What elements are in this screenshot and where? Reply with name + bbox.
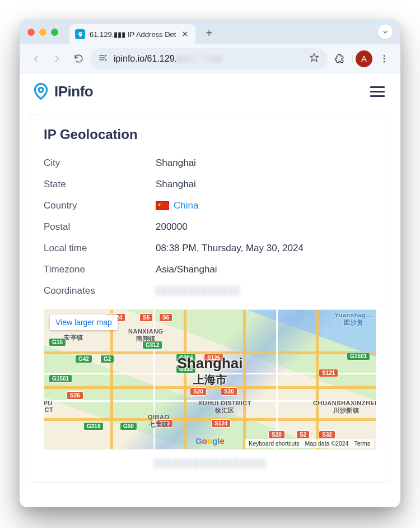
browser-menu-button[interactable] bbox=[375, 49, 394, 68]
site-settings-icon[interactable] bbox=[98, 53, 108, 64]
badge-s20d: S20 bbox=[268, 430, 285, 439]
badge-s32: S32 bbox=[319, 430, 335, 439]
badge-g1501b: G1501 bbox=[347, 352, 370, 360]
badge-s20a: S20 bbox=[190, 387, 207, 396]
redacted-coordinates bbox=[156, 286, 240, 296]
badge-s5: S5 bbox=[139, 313, 153, 322]
badge-s124: S124 bbox=[211, 419, 231, 428]
label-coordinates: Coordinates bbox=[44, 285, 156, 297]
window-controls bbox=[27, 29, 58, 36]
profile-avatar[interactable]: A bbox=[356, 50, 372, 67]
label-localtime: Local time bbox=[44, 243, 156, 254]
label-postal: Postal bbox=[44, 221, 156, 233]
value-city: Shanghai bbox=[156, 158, 376, 169]
value-country: China bbox=[156, 200, 376, 211]
district-anting: 安亭镇 bbox=[64, 334, 83, 342]
badge-s26: S26 bbox=[67, 391, 83, 400]
close-window-button[interactable] bbox=[27, 29, 35, 36]
page-content: IPinfo IP Geolocation City Shanghai Stat… bbox=[20, 73, 400, 507]
hamburger-menu-button[interactable] bbox=[367, 83, 388, 100]
svg-point-1 bbox=[105, 55, 106, 57]
map-city-label: Shanghai 上海市 bbox=[177, 355, 242, 387]
china-flag-icon bbox=[156, 201, 169, 210]
district-pu: PUICT bbox=[44, 400, 53, 413]
country-link[interactable]: China bbox=[174, 200, 198, 211]
tabs-dropdown-button[interactable] bbox=[378, 25, 393, 39]
view-larger-map-button[interactable]: View larger map bbox=[50, 314, 118, 330]
district-chuansha: CHUANSHAXINZHEN川沙新镇 bbox=[313, 400, 376, 415]
svg-point-4 bbox=[384, 55, 385, 57]
card-title: IP Geolocation bbox=[44, 127, 376, 142]
row-localtime: Local time 08:38 PM, Thursday, May 30, 2… bbox=[44, 238, 376, 259]
geolocation-card: IP Geolocation City Shanghai State Shang… bbox=[30, 114, 390, 483]
value-coordinates bbox=[156, 285, 376, 297]
logo-text: IPinfo bbox=[54, 83, 93, 100]
tab-title: 61.129.▮▮▮ IP Address Det bbox=[90, 30, 176, 39]
google-logo: Google bbox=[195, 436, 225, 446]
map-terms[interactable]: Terms bbox=[354, 440, 370, 447]
bookmark-star-icon[interactable] bbox=[309, 52, 320, 66]
map-attribution: Keyboard shortcuts Map data ©2024 Terms bbox=[245, 439, 374, 448]
value-localtime: 08:38 PM, Thursday, May 30, 2024 bbox=[156, 243, 376, 254]
badge-g50: G50 bbox=[120, 422, 137, 430]
badge-s2: S2 bbox=[296, 430, 310, 439]
label-country: Country bbox=[44, 200, 156, 211]
badge-g318: G318 bbox=[83, 422, 104, 430]
badge-g2: G2 bbox=[100, 355, 114, 363]
svg-point-0 bbox=[80, 33, 81, 34]
svg-point-2 bbox=[103, 57, 105, 59]
minimize-window-button[interactable] bbox=[39, 29, 46, 36]
site-logo[interactable]: IPinfo bbox=[32, 82, 93, 100]
badge-s121: S121 bbox=[319, 369, 338, 377]
row-coordinates: Coordinates bbox=[44, 280, 376, 302]
row-state: State Shanghai bbox=[44, 174, 376, 195]
district-yuanshang: Yuanshag…圆沙贵 bbox=[335, 312, 372, 327]
row-postal: Postal 200000 bbox=[44, 216, 376, 238]
extensions-button[interactable] bbox=[330, 49, 349, 68]
redacted-footer bbox=[44, 450, 376, 471]
tab-favicon bbox=[75, 29, 85, 39]
logo-pin-icon bbox=[32, 82, 50, 100]
district-qibao: QIBAO七宝镇 bbox=[148, 414, 170, 429]
maximize-window-button[interactable] bbox=[51, 29, 58, 36]
value-timezone: Asia/Shanghai bbox=[156, 264, 376, 275]
label-city: City bbox=[44, 158, 156, 169]
site-header: IPinfo bbox=[20, 73, 400, 107]
svg-point-3 bbox=[105, 59, 106, 61]
embedded-map[interactable]: S224 S5 S6 G15 G42 G2 G312 G204 S126 G31… bbox=[44, 309, 376, 450]
badge-g1501a: G1501 bbox=[49, 374, 72, 383]
badge-s20b: S20 bbox=[221, 387, 237, 396]
browser-tab[interactable]: 61.129.▮▮▮ IP Address Det ✕ bbox=[69, 24, 195, 44]
row-timezone: Timezone Asia/Shanghai bbox=[44, 259, 376, 280]
label-timezone: Timezone bbox=[44, 264, 156, 275]
district-xuhui: XUHUI DISTRICT徐汇区 bbox=[198, 400, 251, 415]
svg-point-7 bbox=[39, 87, 43, 92]
district-nanxiang: NANXIANG南翔镇 bbox=[128, 328, 164, 343]
value-state: Shanghai bbox=[156, 179, 376, 190]
svg-point-6 bbox=[384, 61, 385, 62]
reload-button[interactable] bbox=[69, 49, 88, 68]
value-postal: 200000 bbox=[156, 221, 376, 233]
tab-close-button[interactable]: ✕ bbox=[180, 29, 190, 39]
forward-button[interactable] bbox=[48, 49, 67, 68]
redacted-url-segment bbox=[177, 55, 222, 63]
row-city: City Shanghai bbox=[44, 152, 376, 174]
browser-toolbar: ipinfo.io/61.129. | A bbox=[20, 44, 400, 73]
badge-g42: G42 bbox=[75, 355, 92, 363]
back-button[interactable] bbox=[26, 49, 45, 68]
browser-titlebar: 61.129.▮▮▮ IP Address Det ✕ + bbox=[20, 20, 400, 44]
svg-point-5 bbox=[384, 58, 385, 59]
url-text: ipinfo.io/61.129. bbox=[114, 54, 303, 64]
row-country: Country China bbox=[44, 195, 376, 216]
browser-window: 61.129.▮▮▮ IP Address Det ✕ + ipinfo.io/… bbox=[20, 20, 400, 507]
new-tab-button[interactable]: + bbox=[201, 27, 217, 40]
label-state: State bbox=[44, 179, 156, 190]
address-bar[interactable]: ipinfo.io/61.129. bbox=[90, 48, 328, 70]
map-keyboard-shortcuts[interactable]: Keyboard shortcuts bbox=[249, 440, 299, 447]
badge-s6: S6 bbox=[159, 313, 172, 322]
map-data-copyright[interactable]: Map data ©2024 bbox=[305, 440, 349, 447]
